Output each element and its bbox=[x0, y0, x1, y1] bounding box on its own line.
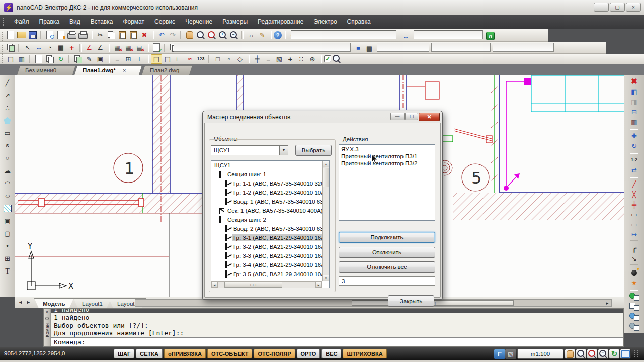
action-list-item[interactable]: Приточный вентилятор П3/1 bbox=[339, 153, 435, 160]
status-toggle-2[interactable]: оПРИВЯЗКА bbox=[164, 349, 206, 358]
angle-dimension2-icon[interactable]: ∠ bbox=[95, 43, 106, 52]
linetype-combo[interactable] bbox=[493, 43, 554, 52]
help-icon[interactable]: ? bbox=[274, 31, 282, 39]
layer-combo[interactable] bbox=[377, 43, 429, 52]
tree-row[interactable]: Гр: 3-2 (АВС, ВА21-29-340010 16А) bbox=[211, 242, 329, 251]
dynamic-ucs-icon[interactable]: Γ bbox=[494, 349, 505, 359]
blank-square-icon[interactable]: □ bbox=[212, 54, 223, 64]
scroll-right-icon[interactable]: ► bbox=[315, 282, 322, 288]
rectangle-icon[interactable]: ▭ bbox=[2, 127, 14, 139]
scroll-right-icon[interactable]: ► bbox=[605, 301, 609, 306]
new-file-icon[interactable] bbox=[5, 30, 16, 40]
array-points-icon[interactable]: ∷ bbox=[296, 54, 307, 64]
zoom-in-icon[interactable] bbox=[217, 30, 228, 40]
zoom-button[interactable] bbox=[576, 349, 587, 359]
calendar-delete-icon[interactable] bbox=[134, 43, 145, 52]
menu-item-3[interactable]: Вставка bbox=[86, 15, 118, 29]
tab-close-icon[interactable]: × bbox=[123, 67, 131, 73]
status-toggle-3[interactable]: ОТС-ОБЪЕКТ bbox=[207, 349, 253, 358]
edit-object-icon[interactable]: ✎ bbox=[84, 54, 95, 64]
cloud-icon[interactable]: ☁ bbox=[2, 165, 14, 176]
settings-icon[interactable]: ⊛ bbox=[307, 54, 318, 64]
check-icon[interactable]: ✓ bbox=[324, 55, 331, 62]
toolbar-grip[interactable] bbox=[2, 54, 3, 63]
chevron-down-icon[interactable]: ▼ bbox=[279, 146, 288, 155]
save-icon[interactable] bbox=[27, 30, 38, 40]
pan-button[interactable] bbox=[565, 349, 576, 359]
dialog-title-bar[interactable]: Мастер соединения объектов — ▢ ✕ bbox=[204, 112, 441, 123]
quick-measure-icon[interactable]: ↔ bbox=[33, 43, 44, 52]
redo-icon[interactable]: ↷ bbox=[167, 30, 178, 40]
rotate-icon[interactable]: ↻ bbox=[628, 141, 641, 151]
close-button[interactable]: × bbox=[626, 3, 641, 12]
menu-item-10[interactable]: Справка bbox=[342, 15, 376, 29]
scroll-down-icon[interactable]: ▼ bbox=[323, 275, 329, 281]
tree-row[interactable]: Ввод: 2 (АВС, ВА57-35-340010 630А) bbox=[211, 224, 329, 233]
align-icon[interactable]: ⇄ bbox=[628, 165, 641, 175]
menu-item-2[interactable]: Вид bbox=[64, 15, 86, 29]
plot-preview-icon[interactable] bbox=[44, 30, 55, 40]
scale-icon[interactable]: 1:2 bbox=[628, 155, 641, 165]
line-icon[interactable]: ╱ bbox=[2, 77, 14, 88]
tree-row[interactable]: Гр: 3-3 (АВС, ВА21-29-340010 16А) bbox=[211, 251, 329, 260]
command-line-window[interactable]: × Коман 1 найдено 1 найдено Выбор объект… bbox=[43, 308, 624, 347]
minimize-button[interactable]: — bbox=[594, 3, 609, 12]
table-icon[interactable]: ⊞ bbox=[2, 253, 14, 264]
regen-button[interactable]: ↻ bbox=[609, 349, 620, 359]
extend-icon[interactable]: ╳ bbox=[628, 189, 641, 199]
text-icon[interactable]: T bbox=[2, 265, 14, 277]
panel2-icon[interactable]: ▤ bbox=[162, 54, 173, 64]
tree-row[interactable]: Гр: 1-2 (АВС, ВА21-29-340010 10А) bbox=[211, 188, 329, 197]
find-icon[interactable] bbox=[331, 54, 342, 64]
circle-icon[interactable]: ○ bbox=[2, 152, 14, 164]
edit-polyline-icon[interactable]: ▭ bbox=[628, 209, 641, 219]
disconnect-button[interactable]: Отключить bbox=[339, 247, 435, 258]
actions-list[interactable]: ЯУ.Х.3Приточный вентилятор П3/1Приточный… bbox=[339, 144, 435, 221]
action-list-item[interactable]: Приточный вентилятор П3/2 bbox=[339, 160, 435, 167]
status-toggle-1[interactable]: СЕТКА bbox=[136, 349, 163, 358]
print-icon[interactable] bbox=[77, 30, 89, 40]
style-field[interactable] bbox=[414, 30, 483, 39]
protractor-icon[interactable]: ◔ bbox=[44, 43, 55, 52]
update-icon[interactable]: ↻ bbox=[55, 54, 66, 64]
menu-item-5[interactable]: Сервис bbox=[149, 15, 180, 29]
tree-row[interactable]: Гр: 1-1 (АВС, ВА57-35-340010 320А) bbox=[211, 179, 329, 188]
stretch-icon[interactable]: ↦ bbox=[628, 229, 641, 239]
project-manager-icon[interactable]: ▤ bbox=[5, 54, 16, 64]
mirror-icon[interactable]: ◧ bbox=[628, 86, 641, 97]
status-toggle-7[interactable]: ШТРИХОВКА bbox=[343, 349, 386, 358]
point-icon[interactable]: • bbox=[2, 240, 14, 252]
scroll-left-icon[interactable]: ◄ bbox=[211, 282, 218, 288]
pan-icon[interactable] bbox=[184, 30, 195, 40]
explode-attributes-icon[interactable]: ★ bbox=[628, 278, 641, 288]
route-icon[interactable]: ≈ bbox=[184, 54, 195, 64]
tab-scroll-right-icon[interactable]: ► bbox=[26, 300, 31, 305]
clip-icon[interactable]: ⊟ bbox=[628, 107, 641, 117]
hatch-icon[interactable] bbox=[2, 203, 14, 214]
select-button[interactable]: Выбрать bbox=[295, 145, 332, 156]
polygon-icon[interactable] bbox=[2, 115, 14, 126]
status-toggle-4[interactable]: ОТС-ПОЛЯР bbox=[254, 349, 295, 358]
arc-icon[interactable]: ◠ bbox=[2, 177, 14, 189]
maximize-button[interactable]: ▢ bbox=[610, 3, 625, 12]
close-dialog-button[interactable]: Закрыть bbox=[388, 295, 434, 307]
menu-item-4[interactable]: Формат bbox=[118, 15, 149, 29]
scale-field[interactable]: m1:100 bbox=[517, 349, 564, 359]
delete-dimension2-icon[interactable] bbox=[123, 43, 134, 52]
dialog-minimize-button[interactable]: — bbox=[390, 113, 405, 120]
copy-object-icon[interactable] bbox=[72, 54, 84, 64]
undo-icon[interactable]: ↶ bbox=[156, 30, 167, 40]
ole-object-icon[interactable]: ▢ bbox=[2, 228, 14, 239]
group-create-icon[interactable] bbox=[628, 292, 641, 302]
tab-model[interactable]: Модель bbox=[34, 298, 74, 308]
angle-dimension-icon[interactable]: ∠ bbox=[84, 43, 95, 52]
color-combo[interactable] bbox=[431, 43, 491, 52]
paste-icon[interactable] bbox=[117, 30, 128, 40]
page-setup-icon[interactable] bbox=[55, 30, 66, 40]
zoom-window-button[interactable] bbox=[587, 349, 598, 359]
paper-model-icon[interactable]: ▧ bbox=[505, 349, 516, 359]
property-field[interactable] bbox=[174, 43, 351, 52]
status-toggle-0[interactable]: ШАГ bbox=[114, 349, 134, 358]
tree-row[interactable]: Гр: 3-1 (АВС, ВА21-29-340010 16А) bbox=[211, 233, 329, 242]
menu-item-8[interactable]: Редактирование bbox=[253, 15, 308, 29]
